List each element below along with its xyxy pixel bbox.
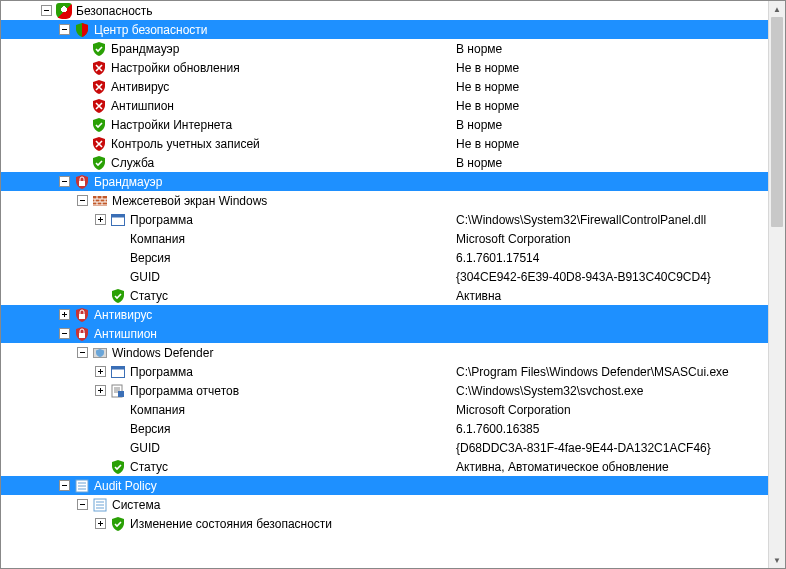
collapse-icon[interactable] (77, 347, 88, 358)
shield-red-icon (91, 60, 107, 76)
property-row[interactable]: КомпанияMicrosoft Corporation (1, 229, 768, 248)
blank-icon (110, 421, 126, 437)
security-center-item[interactable]: АнтивирусНе в норме (1, 77, 768, 96)
antispy-provider-label: Windows Defender (112, 346, 217, 360)
collapse-icon[interactable] (59, 176, 70, 187)
property-label: Программа (130, 365, 197, 379)
item-value: Не в норме (456, 61, 523, 75)
scroll-down-button[interactable]: ▼ (769, 552, 785, 568)
security-center-item[interactable]: Контроль учетных записейНе в норме (1, 134, 768, 153)
collapse-icon[interactable] (59, 480, 70, 491)
root-security-row[interactable]: Безопасность (1, 1, 768, 20)
security-center-label: Центр безопасности (94, 23, 212, 37)
expand-icon[interactable] (95, 385, 106, 396)
antispy-header[interactable]: Антишпион (1, 324, 768, 343)
report-icon (110, 383, 126, 399)
item-value: В норме (456, 42, 506, 56)
property-row[interactable]: ПрограммаC:\Program Files\Windows Defend… (1, 362, 768, 381)
svg-rect-13 (112, 214, 125, 217)
expand-icon[interactable] (95, 366, 106, 377)
bricks-icon (92, 193, 108, 209)
item-label: Настройки Интернета (111, 118, 236, 132)
security-center-item[interactable]: БрандмауэрВ норме (1, 39, 768, 58)
property-row[interactable]: GUID{304CE942-6E39-40D8-943A-B913C40C9CD… (1, 267, 768, 286)
audit-system-label: Система (112, 498, 164, 512)
property-value: 6.1.7600.16385 (456, 422, 543, 436)
property-value: Активна (456, 289, 505, 303)
property-label: GUID (130, 441, 164, 455)
firewall-header[interactable]: Брандмауэр (1, 172, 768, 191)
audit-label: Audit Policy (94, 479, 161, 493)
audit-system-item-row[interactable]: Изменение состояния безопасности (1, 514, 768, 533)
expand-icon[interactable] (95, 518, 106, 529)
property-row[interactable]: GUID{D68DDC3A-831F-4fae-9E44-DA132C1ACF4… (1, 438, 768, 457)
property-row[interactable]: КомпанияMicrosoft Corporation (1, 400, 768, 419)
property-row[interactable]: СтатусАктивна, Автоматическое обновление (1, 457, 768, 476)
antispy-label: Антишпион (94, 327, 161, 341)
expand-icon[interactable] (95, 214, 106, 225)
property-row[interactable]: Версия6.1.7601.17514 (1, 248, 768, 267)
shield-colorful-icon (74, 22, 90, 38)
app-frame: Безопасность Центр безопасности Брандмау… (0, 0, 786, 569)
property-row[interactable]: Программа отчетовC:\Windows\System32\svc… (1, 381, 768, 400)
expand-icon[interactable] (59, 309, 70, 320)
security-center-item[interactable]: АнтишпионНе в норме (1, 96, 768, 115)
svg-rect-19 (112, 366, 125, 369)
blank-icon (110, 250, 126, 266)
vertical-scrollbar[interactable]: ▲ ▼ (768, 1, 785, 568)
property-value: C:\Program Files\Windows Defender\MSASCu… (456, 365, 733, 379)
property-value: {304CE942-6E39-40D8-943A-B913C40C9CD4} (456, 270, 715, 284)
scroll-up-button[interactable]: ▲ (769, 1, 785, 17)
property-label: Программа отчетов (130, 384, 243, 398)
shield-green-icon (91, 117, 107, 133)
audit-system-row[interactable]: Система (1, 495, 768, 514)
scroll-track[interactable] (769, 17, 785, 552)
collapse-icon[interactable] (59, 328, 70, 339)
item-label: Антивирус (111, 80, 173, 94)
blank-icon (110, 440, 126, 456)
property-row[interactable]: ПрограммаC:\Windows\System32\FirewallCon… (1, 210, 768, 229)
svg-rect-0 (79, 181, 85, 186)
property-label: GUID (130, 270, 164, 284)
antivirus-header[interactable]: Антивирус (1, 305, 768, 324)
collapse-icon[interactable] (59, 24, 70, 35)
antivirus-label: Антивирус (94, 308, 156, 322)
shield-green-icon (110, 288, 126, 304)
item-value: В норме (456, 156, 506, 170)
item-label: Брандмауэр (111, 42, 183, 56)
item-value: Не в норме (456, 99, 523, 113)
property-value: 6.1.7601.17514 (456, 251, 543, 265)
security-center-item[interactable]: Настройки ИнтернетаВ норме (1, 115, 768, 134)
security-center-item[interactable]: СлужбаВ норме (1, 153, 768, 172)
property-row[interactable]: Версия6.1.7600.16385 (1, 419, 768, 438)
shield-red-icon (91, 79, 107, 95)
shield-lock-icon (74, 307, 90, 323)
property-label: Программа (130, 213, 197, 227)
antispy-provider-row[interactable]: Windows Defender (1, 343, 768, 362)
firewall-provider-row[interactable]: Межсетевой экран Windows (1, 191, 768, 210)
collapse-icon[interactable] (77, 195, 88, 206)
item-value: Не в норме (456, 80, 523, 94)
collapse-icon[interactable] (41, 5, 52, 16)
app-window-icon (110, 364, 126, 380)
property-label: Версия (130, 251, 175, 265)
blank-icon (110, 402, 126, 418)
property-value: Microsoft Corporation (456, 403, 575, 417)
collapse-icon[interactable] (77, 499, 88, 510)
property-row[interactable]: СтатусАктивна (1, 286, 768, 305)
item-label: Служба (111, 156, 158, 170)
firewall-provider-label: Межсетевой экран Windows (112, 194, 271, 208)
property-value: {D68DDC3A-831F-4fae-9E44-DA132C1ACF46} (456, 441, 715, 455)
tree-view[interactable]: Безопасность Центр безопасности Брандмау… (1, 1, 768, 568)
shield-green-icon (91, 41, 107, 57)
security-center-item[interactable]: Настройки обновленияНе в норме (1, 58, 768, 77)
prop-sheet-icon (92, 497, 108, 513)
audit-policy-header[interactable]: Audit Policy (1, 476, 768, 495)
shield-red-icon (91, 136, 107, 152)
item-label: Контроль учетных записей (111, 137, 264, 151)
security-center-header[interactable]: Центр безопасности (1, 20, 768, 39)
property-label: Компания (130, 232, 189, 246)
property-label: Версия (130, 422, 175, 436)
svg-rect-15 (79, 333, 85, 338)
scroll-thumb[interactable] (771, 17, 783, 227)
